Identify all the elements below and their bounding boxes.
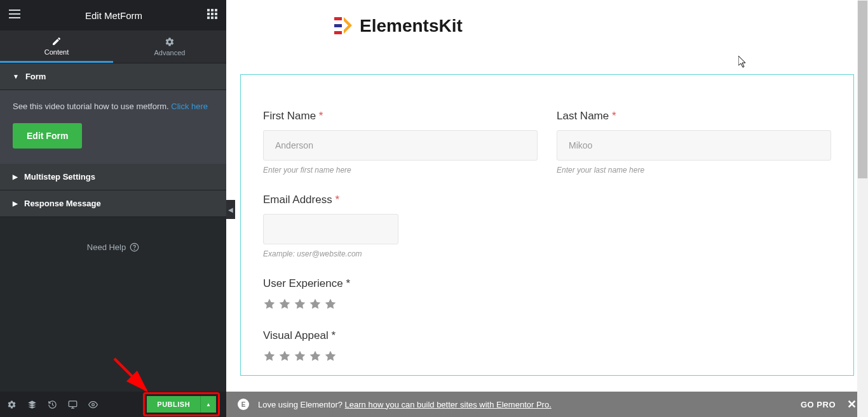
section-multistep-title: Multistep Settings [24, 172, 95, 182]
svg-rect-0 [207, 9, 210, 11]
menu-icon[interactable] [9, 10, 20, 21]
section-form-header[interactable]: ▼ Form [0, 63, 226, 90]
tutorial-link[interactable]: Click here [171, 102, 208, 111]
star-icon[interactable] [294, 298, 306, 310]
promo-link[interactable]: Learn how you can build better sites wit… [345, 400, 552, 409]
last-name-label: Last Name * [557, 110, 831, 122]
visual-stars[interactable] [263, 350, 831, 362]
star-icon[interactable] [294, 350, 306, 362]
section-multistep-header[interactable]: ▶ Multistep Settings [0, 164, 226, 190]
canvas: ElementsKit First Name * Enter your firs… [226, 0, 868, 417]
svg-point-10 [134, 249, 135, 249]
last-name-help: Enter your last name here [557, 166, 831, 175]
tab-advanced[interactable]: Advanced [113, 30, 226, 63]
star-icon[interactable] [324, 350, 337, 362]
section-form-body: See this video tutorial how to use metfo… [0, 90, 226, 164]
scroll-thumb[interactable] [858, 1, 867, 178]
svg-rect-15 [334, 31, 342, 34]
visual-field: Visual Appeal * [263, 329, 831, 362]
first-name-help: Enter your first name here [263, 166, 538, 175]
responsive-icon[interactable] [67, 399, 78, 409]
section-response-title: Response Message [24, 199, 101, 208]
svg-rect-14 [334, 24, 342, 27]
logo-text: ElementsKit [360, 16, 463, 36]
first-name-label: First Name * [263, 110, 538, 122]
panel-collapse-handle[interactable]: ◀ [226, 200, 235, 219]
edit-form-button[interactable]: Edit Form [13, 123, 82, 149]
settings-icon[interactable] [6, 399, 17, 409]
star-icon[interactable] [278, 350, 291, 362]
close-promo-icon[interactable]: ✕ [847, 397, 857, 411]
email-help: Example: user@website.com [263, 249, 831, 258]
svg-rect-4 [211, 13, 214, 15]
layers-icon[interactable] [27, 399, 37, 409]
star-icon[interactable] [324, 298, 337, 310]
ux-stars[interactable] [263, 298, 831, 310]
panel-title: Edit MetForm [85, 10, 142, 21]
sidebar-spacer [0, 277, 226, 392]
star-icon[interactable] [263, 350, 276, 362]
caret-right-icon: ▶ [13, 173, 18, 180]
publish-highlight: PUBLISH ▲ [143, 392, 220, 416]
go-pro-button[interactable]: GO PRO [801, 400, 836, 409]
svg-rect-5 [215, 13, 217, 15]
elementor-icon: E [238, 399, 249, 410]
promo-bar: E Love using Elementor? Learn how you ca… [226, 392, 868, 417]
sidebar-footer: PUBLISH ▲ [0, 392, 226, 417]
sidebar-header: Edit MetForm [0, 0, 226, 30]
star-icon[interactable] [263, 298, 276, 310]
section-form-title: Form [25, 72, 46, 81]
need-help[interactable]: Need Help [0, 217, 226, 277]
svg-point-12 [92, 403, 94, 406]
first-name-input[interactable] [263, 130, 538, 161]
first-name-field: First Name * Enter your first name here [263, 110, 538, 175]
grid-icon[interactable] [207, 9, 217, 22]
ux-label: User Experience * [263, 277, 831, 290]
caret-down-icon: ▼ [13, 73, 19, 80]
svg-rect-7 [211, 17, 214, 19]
promo-text: Love using Elementor? Learn how you can … [258, 400, 552, 409]
elementskit-logo-icon [334, 17, 353, 35]
history-icon[interactable] [47, 399, 57, 409]
caret-right-icon: ▶ [13, 200, 18, 207]
preview-icon[interactable] [88, 399, 98, 409]
svg-rect-3 [207, 13, 210, 15]
scrollbar[interactable] [857, 0, 868, 417]
publish-options-button[interactable]: ▲ [200, 396, 216, 413]
svg-rect-1 [211, 9, 214, 11]
svg-rect-2 [215, 9, 217, 11]
last-name-input[interactable] [557, 130, 831, 161]
help-icon [130, 242, 139, 252]
email-input[interactable] [263, 214, 398, 244]
need-help-label: Need Help [87, 242, 126, 252]
tab-content[interactable]: Content [0, 30, 113, 63]
visual-label: Visual Appeal * [263, 329, 831, 342]
section-response-header[interactable]: ▶ Response Message [0, 190, 226, 217]
form-widget[interactable]: First Name * Enter your first name here … [240, 74, 854, 376]
logo-row: ElementsKit [233, 16, 862, 36]
tab-advanced-label: Advanced [154, 49, 186, 56]
canvas-inner: ElementsKit First Name * Enter your firs… [226, 0, 868, 392]
star-icon[interactable] [309, 298, 322, 310]
ux-field: User Experience * [263, 277, 831, 310]
email-label: Email Address * [263, 194, 831, 206]
sidebar: Edit MetForm Content Advanced ▼ Form See… [0, 0, 226, 417]
svg-rect-8 [215, 17, 217, 19]
svg-rect-6 [207, 17, 210, 19]
tabs: Content Advanced [0, 30, 226, 63]
star-icon[interactable] [309, 350, 322, 362]
svg-rect-11 [69, 400, 77, 406]
tab-content-label: Content [44, 48, 69, 56]
publish-button[interactable]: PUBLISH [147, 396, 200, 413]
star-icon[interactable] [278, 298, 291, 310]
email-field: Email Address * Example: user@website.co… [263, 194, 831, 258]
last-name-field: Last Name * Enter your last name here [557, 110, 831, 175]
tutorial-text: See this video tutorial how to use metfo… [13, 102, 171, 111]
svg-rect-13 [334, 17, 342, 20]
